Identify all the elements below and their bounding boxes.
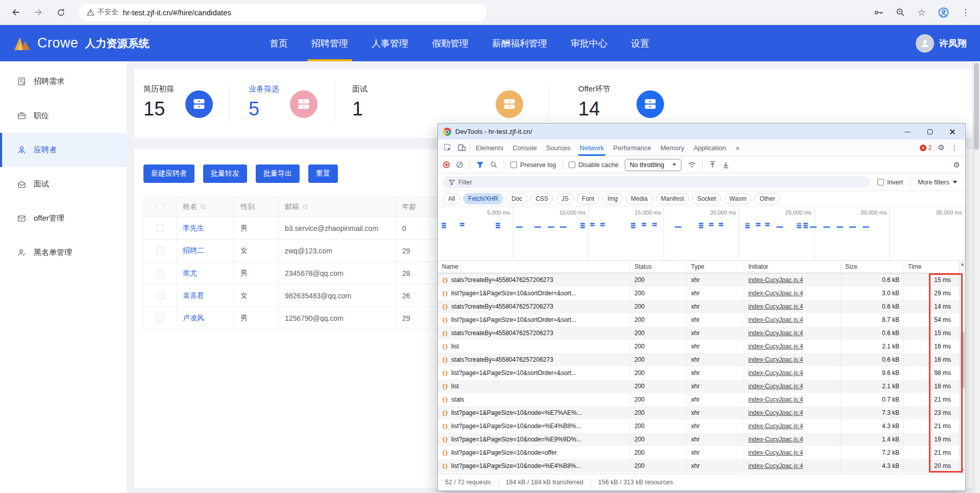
- row-checkbox[interactable]: [157, 247, 164, 254]
- type-filter-manifest[interactable]: Manifest: [656, 193, 689, 204]
- nav-item-settings[interactable]: 设置: [631, 25, 649, 61]
- request-initiator-link[interactable]: index-CucyJpac.js:4: [748, 330, 803, 337]
- request-initiator-link[interactable]: index-CucyJpac.js:4: [748, 343, 803, 350]
- sidebar-item-recruit-demand[interactable]: 招聘需求: [0, 64, 127, 99]
- error-badge[interactable]: 2: [920, 144, 932, 151]
- request-name[interactable]: list?page=1&PageSize=10&sortOrder=&sort.…: [451, 369, 576, 377]
- nav-item-home[interactable]: 首页: [270, 25, 288, 61]
- request-name[interactable]: list: [451, 343, 459, 350]
- devtools-tab-console[interactable]: Console: [508, 139, 542, 156]
- create-candidate-button[interactable]: 新建应聘者: [143, 165, 194, 183]
- stat-interview[interactable]: 面试1: [352, 84, 368, 120]
- request-name[interactable]: list: [451, 383, 459, 390]
- forward-icon[interactable]: [30, 4, 47, 21]
- request-initiator-link[interactable]: index-CucyJpac.js:4: [748, 383, 803, 390]
- column-time[interactable]: Time: [904, 261, 965, 273]
- profile-icon[interactable]: [938, 7, 949, 18]
- devtools-tab-memory[interactable]: Memory: [656, 139, 689, 156]
- sidebar-item-blacklist[interactable]: 黑名单管理: [0, 236, 127, 270]
- import-har-icon[interactable]: [709, 161, 716, 169]
- nav-item-personnel[interactable]: 人事管理: [372, 25, 408, 61]
- invert-checkbox[interactable]: Invert: [877, 179, 903, 186]
- network-request-row[interactable]: {}stats?createBy=45580476257206273200xhr…: [438, 326, 959, 340]
- request-name[interactable]: list?page=1&PageSize=10&node=%E7%AE%...: [451, 409, 582, 416]
- column-name[interactable]: Name: [438, 261, 630, 273]
- request-initiator-link[interactable]: index-CucyJpac.js:4: [748, 356, 803, 363]
- devtools-tab-sources[interactable]: Sources: [542, 139, 575, 156]
- browser-menu-icon[interactable]: ⋮: [961, 7, 970, 17]
- request-name[interactable]: stats?createBy=45580476257206273: [451, 356, 553, 363]
- page-scrollbar-thumb[interactable]: [974, 63, 979, 150]
- type-filter-socket[interactable]: Socket: [692, 193, 721, 204]
- user-menu[interactable]: 许凤翔: [916, 34, 967, 53]
- address-bar[interactable]: 不安全 hr-test.zjf-it.cn/#/hire/candidates: [79, 4, 487, 21]
- request-name[interactable]: list?page=1&PageSize=10&sortOrder=&sort.…: [451, 290, 576, 297]
- filter-funnel-icon[interactable]: [476, 161, 484, 169]
- request-initiator-link[interactable]: index-CucyJpac.js:4: [748, 316, 803, 323]
- request-name[interactable]: stats: [451, 396, 464, 403]
- network-request-row[interactable]: {}list?page=1&PageSize=10&node=%E9%9D%..…: [438, 433, 959, 446]
- more-tabs-icon[interactable]: »: [731, 144, 743, 152]
- column-search-icon[interactable]: [200, 204, 207, 210]
- stat-resume-screening[interactable]: 简历初筛15: [143, 84, 174, 120]
- sidebar-item-offer[interactable]: offer管理: [0, 201, 127, 236]
- page-scrollbar[interactable]: [972, 61, 980, 493]
- network-request-row[interactable]: {}list200xhrindex-CucyJpac.js:42.1 kB18 …: [438, 380, 959, 393]
- device-toolbar-icon[interactable]: [455, 142, 469, 154]
- network-conditions-icon[interactable]: [688, 161, 696, 169]
- filter-input[interactable]: Filter: [443, 176, 870, 188]
- candidate-name-link[interactable]: 卢凌风: [183, 314, 204, 322]
- zoom-icon[interactable]: [896, 8, 905, 17]
- reload-icon[interactable]: [52, 4, 69, 21]
- request-initiator-link[interactable]: index-CucyJpac.js:4: [748, 276, 803, 284]
- candidate-name-link[interactable]: 招聘二: [183, 246, 204, 254]
- clear-icon[interactable]: [456, 161, 463, 169]
- type-filter-other[interactable]: Other: [754, 193, 780, 204]
- back-icon[interactable]: [7, 4, 24, 21]
- request-name[interactable]: stats?createBy=45580476257206273: [451, 276, 553, 284]
- network-request-row[interactable]: {}list?page=1&PageSize=10&sortOrder=&sor…: [438, 313, 959, 326]
- request-initiator-link[interactable]: index-CucyJpac.js:4: [748, 436, 803, 443]
- requests-scrollbar[interactable]: ▲ ▼: [959, 261, 965, 474]
- record-icon[interactable]: [443, 161, 450, 168]
- request-name[interactable]: list?page=1&PageSize=10&node=offer: [451, 449, 557, 456]
- request-initiator-link[interactable]: index-CucyJpac.js:4: [748, 396, 803, 403]
- network-overview-timeline[interactable]: 5,000 ms10,000 ms15,000 ms20,000 ms25,00…: [438, 206, 965, 261]
- bookmark-star-icon[interactable]: ☆: [917, 7, 926, 18]
- minimize-icon[interactable]: [904, 128, 911, 135]
- request-name[interactable]: stats?createBy=45580476257206273: [451, 330, 553, 337]
- stat-offer-stage[interactable]: Offer环节14: [578, 84, 610, 120]
- reset-button[interactable]: 重置: [308, 165, 338, 183]
- request-initiator-link[interactable]: index-CucyJpac.js:4: [748, 449, 803, 456]
- row-checkbox[interactable]: [157, 225, 164, 232]
- sidebar-item-candidates[interactable]: 应聘者: [0, 133, 127, 167]
- stat-business-screening[interactable]: 业务筛选5: [249, 84, 279, 120]
- network-request-row[interactable]: {}stats?createBy=45580476257206273200xhr…: [438, 353, 959, 366]
- sidebar-item-position[interactable]: 职位: [0, 99, 127, 133]
- network-request-row[interactable]: {}list200xhrindex-CucyJpac.js:42.1 kB16 …: [438, 340, 959, 353]
- nav-item-attendance[interactable]: 假勤管理: [432, 25, 469, 61]
- password-key-icon[interactable]: [874, 8, 884, 17]
- search-icon[interactable]: [490, 161, 498, 169]
- network-request-row[interactable]: {}list?page=1&PageSize=10&node=%E4%B8%..…: [438, 459, 959, 473]
- row-checkbox[interactable]: [157, 292, 164, 299]
- network-request-row[interactable]: {}list?page=1&PageSize=10&node=offer200x…: [438, 446, 959, 459]
- row-checkbox[interactable]: [157, 315, 164, 322]
- devtools-menu-icon[interactable]: ⋮: [951, 144, 958, 152]
- url-text[interactable]: hr-test.zjf-it.cn/#/hire/candidates: [123, 8, 232, 17]
- request-name[interactable]: list?page=1&PageSize=10&sortOrder=&sort.…: [451, 316, 576, 323]
- sidebar-item-interview[interactable]: 面试: [0, 167, 127, 201]
- request-initiator-link[interactable]: index-CucyJpac.js:4: [748, 290, 803, 297]
- request-name[interactable]: list?page=1&PageSize=10&node=%E9%9D%...: [451, 436, 581, 443]
- devtools-tab-application[interactable]: Application: [689, 139, 731, 156]
- devtools-tab-elements[interactable]: Elements: [471, 139, 508, 156]
- scroll-down-icon[interactable]: ▼: [960, 468, 965, 472]
- type-filter-css[interactable]: CSS: [530, 193, 553, 204]
- inspect-element-icon[interactable]: [441, 142, 454, 154]
- security-chip[interactable]: 不安全: [87, 8, 118, 17]
- more-filters-button[interactable]: More filters: [918, 179, 960, 186]
- network-request-row[interactable]: {}list?page=1&PageSize=10&node=%E7%AE%..…: [438, 406, 959, 419]
- network-request-row[interactable]: {}stats?createBy=45580476257206273200xhr…: [438, 273, 959, 287]
- column-search-icon[interactable]: [302, 204, 309, 210]
- network-request-row[interactable]: {}list?page=1&PageSize=10&node=%E4%B8%..…: [438, 419, 959, 433]
